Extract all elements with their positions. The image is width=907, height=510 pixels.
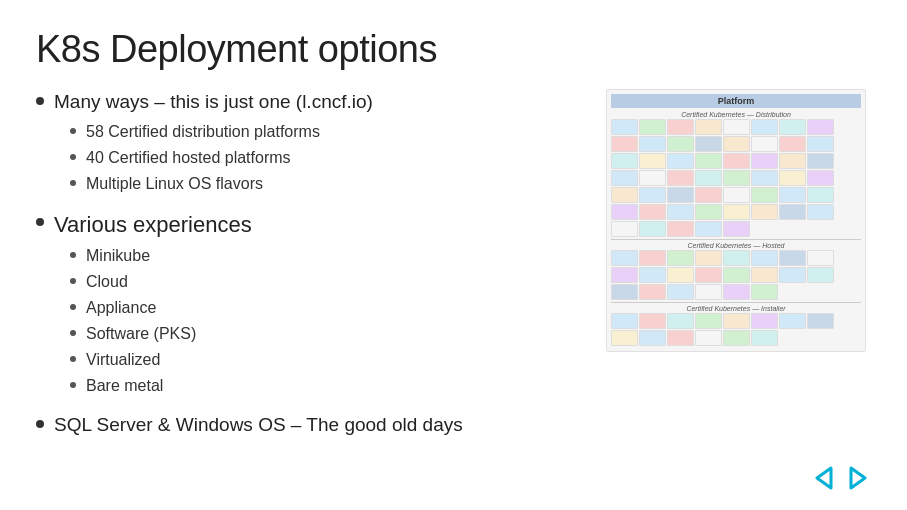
logo-cell [779, 170, 806, 186]
bullet-dot-1 [36, 97, 44, 105]
sub-bullet-text-2-1: Minikube [86, 244, 150, 268]
sub-bullet-text-2-2: Cloud [86, 270, 128, 294]
logo-cell [695, 153, 722, 169]
sub-bullet-text-1-3: Multiple Linux OS flavors [86, 172, 263, 196]
nav-arrows [811, 466, 871, 490]
logo-cell [779, 187, 806, 203]
logo-cell [723, 136, 750, 152]
sub-bullet-text-2-6: Bare metal [86, 374, 163, 398]
sub-bullet-1-2: 40 Certified hosted platforms [70, 146, 581, 170]
logo-cell [667, 313, 694, 329]
logo-cell [723, 204, 750, 220]
logo-cell [723, 153, 750, 169]
sub-bullet-2-2: Cloud [70, 270, 581, 294]
logo-cell [751, 267, 778, 283]
sub-bullet-dot-1-3 [70, 180, 76, 186]
sub-bullet-dot-2-2 [70, 278, 76, 284]
logo-cell [751, 204, 778, 220]
main-bullet-1: Many ways – this is just one (l.cncf.io) [36, 89, 581, 116]
logo-cell [611, 221, 638, 237]
sub-bullet-text-2-5: Virtualized [86, 348, 160, 372]
logo-cell [611, 153, 638, 169]
logo-cell [639, 221, 666, 237]
logo-cell [611, 170, 638, 186]
logo-cell [695, 267, 722, 283]
logo-cell [807, 267, 834, 283]
sub-bullets-2: Minikube Cloud Appliance Software (PKS) [70, 244, 581, 398]
logo-cell [695, 204, 722, 220]
logo-cell [723, 267, 750, 283]
sub-bullet-2-6: Bare metal [70, 374, 581, 398]
logo-cell [667, 170, 694, 186]
sub-bullet-dot-2-6 [70, 382, 76, 388]
logo-cell [723, 284, 750, 300]
logo-row-8 [611, 250, 861, 266]
logo-row-1 [611, 119, 861, 135]
logo-cell [639, 136, 666, 152]
logo-cell [779, 267, 806, 283]
logo-cell [751, 119, 778, 135]
bottom-icons [36, 458, 871, 490]
logo-cell [695, 221, 722, 237]
sub-bullet-text-2-3: Appliance [86, 296, 156, 320]
logo-cell [695, 119, 722, 135]
logo-row-12 [611, 330, 861, 346]
chart-title: Platform [611, 94, 861, 108]
chart-wrapper: Platform Certified Kubernetes — Distribu… [606, 89, 866, 352]
logo-cell [695, 313, 722, 329]
forward-arrow-icon [843, 466, 871, 490]
sub-bullet-dot-2-5 [70, 356, 76, 362]
sub-bullet-1-1: 58 Certified distribution platforms [70, 120, 581, 144]
content-area: Many ways – this is just one (l.cncf.io)… [36, 89, 871, 458]
logo-cell [723, 313, 750, 329]
logo-row-4 [611, 170, 861, 186]
logo-cell [751, 284, 778, 300]
bullet-section-3: SQL Server & Windows OS – The good old d… [36, 412, 581, 443]
logo-cell [667, 284, 694, 300]
logo-cell [667, 250, 694, 266]
logo-cell [751, 136, 778, 152]
logo-cell [723, 221, 750, 237]
sub-bullet-dot-2-4 [70, 330, 76, 336]
logo-cell [667, 204, 694, 220]
logo-row-11 [611, 313, 861, 329]
logo-cell [779, 153, 806, 169]
logo-row-7 [611, 221, 861, 237]
sub-bullet-text-1-1: 58 Certified distribution platforms [86, 120, 320, 144]
logo-cell [611, 204, 638, 220]
logo-cell [751, 330, 778, 346]
logo-cell [639, 250, 666, 266]
sub-bullet-dot-1-2 [70, 154, 76, 160]
bullet-section-2: Various experiences Minikube Cloud Appli… [36, 210, 581, 403]
logo-cell [667, 119, 694, 135]
logo-cell [807, 187, 834, 203]
left-content: Many ways – this is just one (l.cncf.io)… [36, 89, 581, 458]
logo-cell [807, 204, 834, 220]
logo-cell [611, 250, 638, 266]
svg-marker-0 [817, 468, 831, 488]
sub-bullet-2-5: Virtualized [70, 348, 581, 372]
sub-bullet-text-2-4: Software (PKS) [86, 322, 196, 346]
sub-bullet-dot-2-1 [70, 252, 76, 258]
section2-label: Certified Kubernetes — Hosted [611, 242, 861, 249]
logo-cell [751, 153, 778, 169]
section-divider-2 [611, 302, 861, 303]
logo-cell [807, 170, 834, 186]
logo-cell [667, 136, 694, 152]
logo-cell [639, 267, 666, 283]
logo-cell [807, 313, 834, 329]
logo-cell [779, 250, 806, 266]
section1-label: Certified Kubernetes — Distribution [611, 111, 861, 118]
logo-cell [639, 204, 666, 220]
sub-bullet-1-3: Multiple Linux OS flavors [70, 172, 581, 196]
forward-button[interactable] [843, 466, 871, 490]
logo-cell [751, 187, 778, 203]
slide-title: K8s Deployment options [36, 28, 871, 71]
logo-cell [611, 119, 638, 135]
logo-cell [695, 170, 722, 186]
logo-cell [807, 119, 834, 135]
back-button[interactable] [811, 466, 839, 490]
logo-cell [667, 153, 694, 169]
logo-cell [667, 330, 694, 346]
logo-cell [667, 187, 694, 203]
